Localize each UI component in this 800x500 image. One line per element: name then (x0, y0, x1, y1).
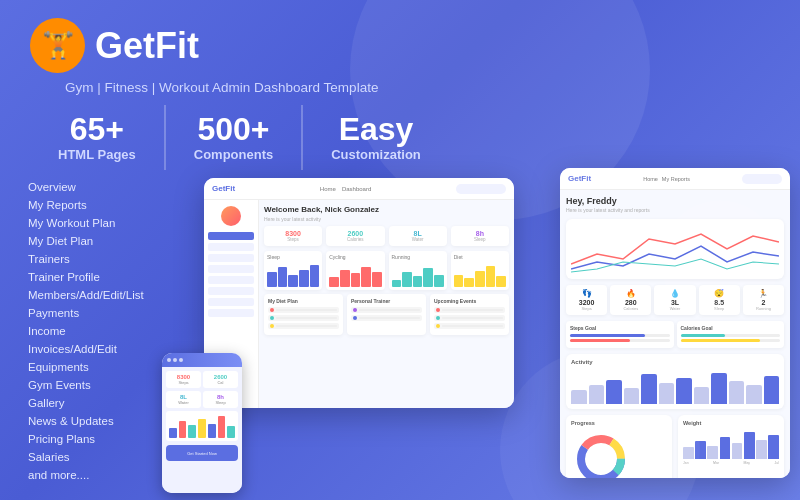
weight-bar (707, 446, 718, 460)
db-stat-calories-lbl: Calories (329, 237, 381, 242)
db-bar (475, 271, 485, 287)
rd-act-bar (711, 373, 727, 405)
rd-act-bar (624, 388, 640, 404)
db-list-item-3 (268, 323, 339, 329)
mobile-content: 8300 Steps 2600 Cal 8L Water 8h (162, 367, 242, 493)
db-sidebar-item-8 (208, 309, 254, 317)
db-search[interactable] (456, 184, 506, 194)
db-bottom-grid: My Diet Plan Personal Trainer Upcoming E… (264, 294, 509, 335)
rd-weight-title: Weight (683, 420, 779, 426)
nav-item-overview[interactable]: Overview (28, 178, 158, 195)
nav-item-equipments[interactable]: Equipments (28, 358, 158, 375)
stat-label-1: Components (194, 147, 273, 162)
nav-item-pricing[interactable]: Pricing Plans (28, 430, 158, 447)
mobile-cta[interactable]: Get Started Now (166, 445, 238, 461)
db-chart-diet-title: Diet (454, 254, 506, 260)
nav-item-salaries[interactable]: Salaries (28, 448, 158, 465)
rd-act-bar (764, 376, 780, 404)
mobile-bar (218, 416, 226, 438)
rd-line-chart (566, 219, 784, 279)
rd-stat-steps-lbl: Steps (568, 306, 605, 311)
db-list-item-2 (268, 315, 339, 321)
db-sidebar-item-1 (208, 232, 254, 240)
db-stat-sleep-lbl: Sleep (454, 237, 506, 242)
db-trainer-item-2 (351, 315, 422, 321)
db-bar (413, 276, 423, 287)
mobile-cta-text: Get Started Now (187, 451, 217, 456)
mobile-chart (166, 411, 238, 441)
mobile-bar (208, 424, 216, 438)
logo-icon (30, 18, 85, 73)
db-bar (454, 275, 464, 288)
rd-act-bar (694, 387, 710, 405)
db-chart-sleep: Sleep (264, 251, 322, 290)
db-trainer-item-1 (351, 307, 422, 313)
db-bar (402, 272, 412, 287)
db-stat-sleep: 8h Sleep (451, 226, 509, 246)
db-chart-cycling-title: Cycling (329, 254, 381, 260)
rd-act-bar (589, 385, 605, 404)
db-nav-home: Home (320, 186, 336, 192)
db-stat-water-num: 8L (392, 230, 444, 237)
nav-item-trainers[interactable]: Trainers (28, 250, 158, 267)
mobile-stat-4: 8h Sleep (203, 391, 238, 408)
nav-item-trainer-profile[interactable]: Trainer Profile (28, 268, 158, 285)
db-welcome: Welcome Back, Nick Gonzalez (264, 205, 509, 214)
calories-icon: 🔥 (612, 289, 649, 298)
rd-stat-calories-num: 280 (612, 299, 649, 306)
weight-bar (732, 443, 743, 460)
rd-progress-card-1: Steps Goal (566, 321, 674, 348)
nav-item-gym-events[interactable]: Gym Events (28, 376, 158, 393)
db-bar (299, 270, 309, 288)
rd-act-bar (729, 381, 745, 404)
db-bar (464, 278, 474, 287)
db-bar (423, 268, 433, 287)
db-bar (361, 267, 371, 287)
db-body: Welcome Back, Nick Gonzalez Here is your… (204, 200, 514, 408)
rd-stat-steps: 👣 3200 Steps (566, 285, 607, 315)
nav-item-reports[interactable]: My Reports (28, 196, 158, 213)
db-bar (267, 272, 277, 287)
db-bar (310, 265, 320, 288)
mobile-stat-row-2: 8L Water 8h Sleep (166, 391, 238, 408)
db-bar (288, 275, 298, 288)
db-stat-steps-lbl: Steps (267, 237, 319, 242)
nav-item-invoices[interactable]: Invoices/Add/Edit (28, 340, 158, 357)
nav-item-more[interactable]: and more.... (28, 466, 158, 483)
rd-search[interactable] (742, 174, 782, 184)
db-event-item-2 (434, 315, 505, 321)
mobile-mockup: 8300 Steps 2600 Cal 8L Water 8h (162, 353, 242, 493)
stat-block-0: 65+ HTML Pages (30, 105, 166, 170)
db-chart-running: Running (389, 251, 447, 290)
nav-item-gallery[interactable]: Gallery (28, 394, 158, 411)
db-trainer-title: Personal Trainer (351, 298, 422, 304)
rd-act-bar (641, 374, 657, 404)
db-bar (278, 267, 288, 287)
db-nav-dashboard: Dashboard (342, 186, 371, 192)
db-stat-steps-num: 8300 (267, 230, 319, 237)
db-stat-calories-num: 2600 (329, 230, 381, 237)
mobile-top (162, 353, 242, 367)
db-trainer-card: Personal Trainer (347, 294, 426, 335)
nav-item-workout[interactable]: My Workout Plan (28, 214, 158, 231)
rd-stat-calories: 🔥 280 Calories (610, 285, 651, 315)
db-bar (434, 275, 444, 288)
nav-item-members[interactable]: Members/Add/Edit/List (28, 286, 158, 303)
rd-welcome: Hey, Freddy (566, 196, 784, 206)
rd-act-bar (676, 378, 692, 404)
db-header: GetFit Home Dashboard (204, 178, 514, 200)
nav-item-income[interactable]: Income (28, 322, 158, 339)
db-sidebar-item-4 (208, 265, 254, 273)
nav-item-diet[interactable]: My Diet Plan (28, 232, 158, 249)
db-avatar (221, 206, 241, 226)
line-chart-svg (571, 224, 779, 274)
mobile-bar (188, 425, 196, 438)
mobile-bar (198, 419, 206, 438)
nav-item-news[interactable]: News & Updates (28, 412, 158, 429)
db-event-item-1 (434, 307, 505, 313)
db-bar (486, 266, 496, 287)
mobile-bar (169, 428, 177, 438)
nav-item-payments[interactable]: Payments (28, 304, 158, 321)
mobile-stat-row-1: 8300 Steps 2600 Cal (166, 371, 238, 388)
db-nav: Home Dashboard (320, 186, 371, 192)
